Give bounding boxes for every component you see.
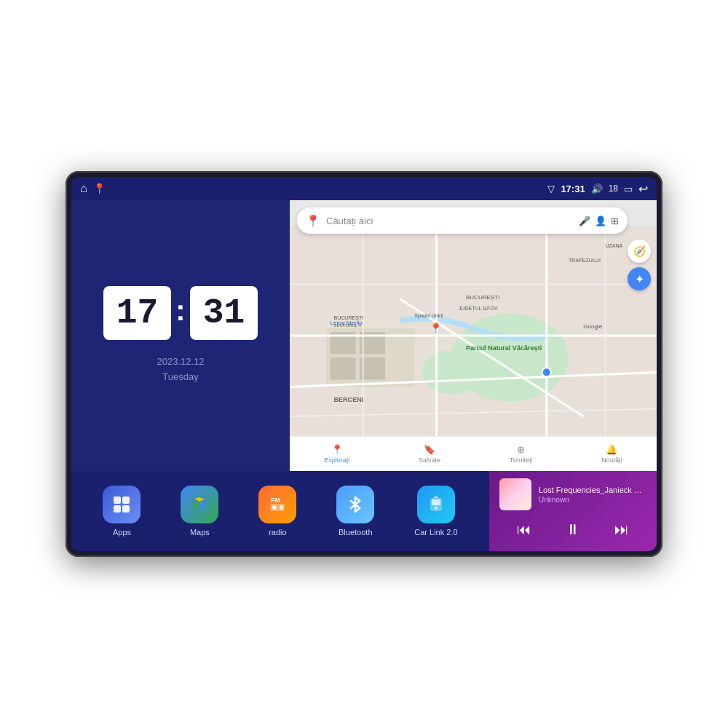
clock-date-value: 2023.12.12 — [157, 355, 204, 370]
recenter-button[interactable]: ✦ — [628, 267, 651, 290]
map-panel[interactable]: BERCENI BUCUREȘTI JUDEȚUL ILFOV TRAPEZUL… — [290, 200, 657, 471]
map-nav-send[interactable]: ⊕ Trimiteți — [510, 444, 533, 464]
top-section: 17 : 31 2023.12.12 Tuesday — [71, 200, 657, 471]
maps-icon — [181, 486, 218, 523]
svg-text:BUCUREȘTI: BUCUREȘTI — [466, 294, 500, 301]
svg-text:Parcul Natural Văcărești: Parcul Natural Văcărești — [466, 344, 542, 352]
svg-text:BERCENI: BERCENI — [333, 396, 363, 403]
explore-label: Explorați — [324, 456, 349, 464]
music-thumbnail-image — [499, 478, 531, 510]
clock-colon: : — [175, 294, 185, 327]
music-artist: Unknown — [539, 496, 646, 504]
svg-text:SECTORUL 4: SECTORUL 4 — [333, 323, 361, 328]
account-icon[interactable]: 👤 — [595, 215, 606, 226]
music-title: Lost Frequencies_Janieck Devy-... — [539, 486, 646, 494]
svg-rect-33 — [122, 505, 130, 513]
maps-pin-icon[interactable]: 📍 — [93, 183, 106, 194]
send-label: Trimiteți — [510, 456, 533, 464]
map-search-bar[interactable]: 📍 Căutați aici 🎤 👤 ⊞ — [297, 207, 628, 234]
music-player: Lost Frequencies_Janieck Devy-... Unknow… — [489, 471, 657, 551]
svg-text:UZANA: UZANA — [605, 243, 622, 248]
maps-label: Maps — [190, 528, 210, 537]
next-button[interactable]: ⏭ — [609, 518, 635, 541]
radio-icon: FM — [258, 486, 296, 523]
status-bar: ⌂ 📍 ▽ 17:31 🔊 18 ▭ ↩ — [71, 177, 657, 200]
svg-rect-30 — [114, 496, 121, 504]
clock-minute-block: 31 — [190, 286, 258, 340]
back-icon[interactable]: ↩ — [638, 182, 648, 196]
radio-label: radio — [269, 528, 286, 537]
explore-icon: 📍 — [331, 444, 343, 455]
svg-point-2 — [422, 350, 480, 394]
carlink-label: Car Link 2.0 — [414, 528, 457, 537]
clock-date: 2023.12.12 Tuesday — [157, 355, 204, 385]
prev-button[interactable]: ⏮ — [511, 518, 537, 541]
map-nav-saved[interactable]: 🔖 Salvate — [419, 444, 440, 464]
svg-rect-41 — [432, 499, 440, 505]
status-time: 17:31 — [561, 183, 585, 194]
map-side-buttons: 🧭 ✦ — [628, 240, 651, 290]
svg-point-42 — [435, 507, 438, 510]
app-item-apps[interactable]: Apps — [103, 486, 141, 537]
play-pause-button[interactable]: ⏸ — [560, 518, 586, 541]
map-nav-explore[interactable]: 📍 Explorați — [324, 444, 349, 464]
music-top: Lost Frequencies_Janieck Devy-... Unknow… — [499, 478, 646, 510]
app-item-radio[interactable]: FM radio — [258, 486, 296, 537]
bluetooth-label: Bluetooth — [339, 528, 372, 537]
clock-hour-block: 17 — [103, 286, 172, 340]
svg-rect-32 — [114, 505, 121, 513]
device-screen: ⌂ 📍 ▽ 17:31 🔊 18 ▭ ↩ 17 — [71, 177, 657, 551]
music-controls: ⏮ ⏸ ⏭ — [499, 515, 646, 544]
svg-rect-43 — [434, 496, 438, 498]
map-search-icons: 🎤 👤 ⊞ — [579, 215, 619, 226]
volume-icon: 🔊 — [591, 183, 603, 194]
svg-text:JUDEȚUL ILFOV: JUDEȚUL ILFOV — [459, 306, 498, 312]
apps-dock: Apps Maps — [71, 471, 489, 551]
news-label: Noutăți — [601, 456, 622, 464]
app-item-bluetooth[interactable]: Bluetooth — [336, 486, 374, 537]
svg-text:Splaiul Unirii: Splaiul Unirii — [414, 313, 443, 319]
carlink-icon — [417, 486, 455, 523]
music-info: Lost Frequencies_Janieck Devy-... Unknow… — [539, 486, 646, 504]
clock-hour: 17 — [116, 293, 159, 333]
compass-button[interactable]: 🧭 — [628, 240, 651, 263]
car-head-unit: ⌂ 📍 ▽ 17:31 🔊 18 ▭ ↩ 17 — [66, 171, 662, 557]
app-item-maps[interactable]: Maps — [181, 486, 218, 537]
main-content: 17 : 31 2023.12.12 Tuesday — [71, 200, 657, 551]
svg-point-28 — [542, 368, 551, 376]
svg-text:Google: Google — [583, 323, 602, 330]
volume-level: 18 — [609, 183, 618, 194]
battery-icon: ▭ — [624, 183, 633, 194]
svg-text:BUCUREȘTI: BUCUREȘTI — [333, 315, 363, 321]
map-bottom-bar: 📍 Explorați 🔖 Salvate ⊕ Trimiteți — [290, 436, 657, 471]
send-icon: ⊕ — [517, 444, 525, 455]
clock-display: 17 : 31 — [103, 286, 258, 340]
voice-search-icon[interactable]: 🎤 — [579, 215, 590, 226]
layers-icon[interactable]: ⊞ — [611, 215, 619, 226]
map-inner: BERCENI BUCUREȘTI JUDEȚUL ILFOV TRAPEZUL… — [290, 200, 657, 471]
app-item-carlink[interactable]: Car Link 2.0 — [414, 486, 457, 537]
svg-point-36 — [272, 505, 277, 510]
apps-label: Apps — [113, 528, 131, 537]
map-search-placeholder: Căutați aici — [326, 215, 573, 226]
music-thumbnail — [499, 478, 531, 510]
clock-minute: 31 — [203, 293, 245, 333]
news-icon: 🔔 — [606, 444, 617, 455]
map-svg: BERCENI BUCUREȘTI JUDEȚUL ILFOV TRAPEZUL… — [290, 200, 657, 471]
svg-text:📍: 📍 — [430, 322, 443, 335]
saved-label: Salvate — [419, 456, 440, 464]
svg-rect-31 — [122, 496, 130, 504]
svg-text:FM: FM — [271, 496, 280, 504]
home-icon[interactable]: ⌂ — [80, 182, 87, 195]
saved-icon: 🔖 — [424, 444, 435, 455]
bottom-section: Apps Maps — [71, 471, 657, 551]
status-right: ▽ 17:31 🔊 18 ▭ ↩ — [547, 182, 648, 196]
signal-icon: ▽ — [547, 183, 555, 194]
svg-rect-6 — [330, 357, 355, 379]
status-left: ⌂ 📍 — [80, 182, 106, 195]
google-maps-icon: 📍 — [306, 214, 320, 228]
clock-day-value: Tuesday — [157, 370, 204, 385]
bluetooth-icon — [336, 486, 374, 523]
clock-panel: 17 : 31 2023.12.12 Tuesday — [71, 200, 290, 471]
map-nav-news[interactable]: 🔔 Noutăți — [601, 444, 622, 464]
